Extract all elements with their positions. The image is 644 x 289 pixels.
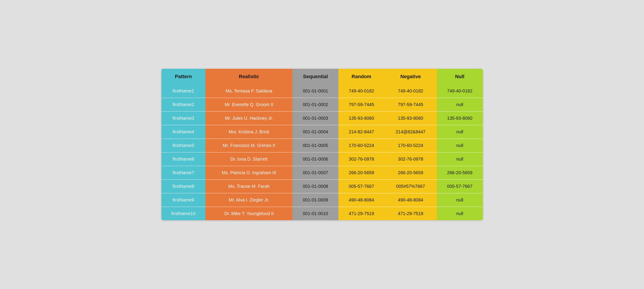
- cell-negative: 005#57%7667: [384, 180, 437, 193]
- cell-null: null: [437, 139, 483, 152]
- cell-null: null: [437, 193, 483, 207]
- cell-random: 266-20-5659: [338, 166, 384, 180]
- cell-negative: 749-40-0182: [384, 84, 437, 98]
- cell-realistic: Mr. Francisco M. Grimes II: [205, 139, 292, 152]
- header-pattern: Pattern: [162, 69, 206, 84]
- cell-pattern: firstName10: [162, 207, 206, 220]
- cell-sequential: 001-01-0005: [292, 139, 338, 152]
- cell-random: 005-57-7667: [338, 180, 384, 193]
- cell-random: 797-59-7445: [338, 98, 384, 111]
- cell-negative: 302-76-0978: [384, 152, 437, 166]
- cell-null: 005-57-7667: [437, 180, 483, 193]
- cell-null: null: [437, 207, 483, 220]
- cell-pattern: firstName4: [162, 125, 206, 139]
- cell-sequential: 001-01-0004: [292, 125, 338, 139]
- table-row: firstName9Mr. Alva I. Ziegler Jr.001-01-…: [162, 193, 483, 207]
- cell-random: 749-40-0182: [338, 84, 384, 98]
- cell-random: 302-76-0978: [338, 152, 384, 166]
- table-row: firstName8Ms. Tracee M. Farah001-01-0008…: [162, 180, 483, 193]
- cell-null: 749-40-0182: [437, 84, 483, 98]
- cell-pattern: firstName1: [162, 84, 206, 98]
- cell-negative: 266-20-5659: [384, 166, 437, 180]
- cell-random: 490-48-8084: [338, 193, 384, 207]
- table-row: firstName10Dr. Mike T. Youngblood II001-…: [162, 207, 483, 220]
- cell-sequential: 001-01-0009: [292, 193, 338, 207]
- cell-sequential: 001-01-0010: [292, 207, 338, 220]
- cell-random: 135-93-8060: [338, 111, 384, 125]
- cell-realistic: Dr. Mike T. Youngblood II: [205, 207, 292, 220]
- table-row: firstName7Ms. Patricia O. Ingraham III00…: [162, 166, 483, 180]
- cell-null: 266-20-5659: [437, 166, 483, 180]
- table-row: firstName4Mrs. Kristina J. Brick001-01-0…: [162, 125, 483, 139]
- table-row: firstName3Mr. Jules U. Hackney Jr.001-01…: [162, 111, 483, 125]
- cell-negative: 490-48-8084: [384, 193, 437, 207]
- cell-realistic: Mr. Alva I. Ziegler Jr.: [205, 193, 292, 207]
- cell-realistic: Ms. Patricia O. Ingraham III: [205, 166, 292, 180]
- cell-negative: 797-59-7445: [384, 98, 437, 111]
- table-row: firstName2Mr. Everette Q. Groom II001-01…: [162, 98, 483, 111]
- cell-random: 170-60-5224: [338, 139, 384, 152]
- header-sequential: Sequential: [292, 69, 338, 84]
- cell-pattern: firstName9: [162, 193, 206, 207]
- table-row: firstName5Mr. Francisco M. Grimes II001-…: [162, 139, 483, 152]
- cell-negative: 170-60-5224: [384, 139, 437, 152]
- header-null: Null: [437, 69, 483, 84]
- cell-null: null: [437, 125, 483, 139]
- cell-realistic: Ms. Tereasa F. Saldana: [205, 84, 292, 98]
- cell-null: null: [437, 98, 483, 111]
- cell-realistic: Mrs. Kristina J. Brick: [205, 125, 292, 139]
- table-row: firstName1Ms. Tereasa F. Saldana001-01-0…: [162, 84, 483, 98]
- cell-realistic: Mr. Everette Q. Groom II: [205, 98, 292, 111]
- cell-pattern: firstName6: [162, 152, 206, 166]
- cell-null: null: [437, 152, 483, 166]
- table-header-row: Pattern Realistic Sequential Random Nega…: [162, 69, 483, 84]
- cell-pattern: firstName8: [162, 180, 206, 193]
- cell-sequential: 001-01-0003: [292, 111, 338, 125]
- cell-realistic: Ms. Tracee M. Farah: [205, 180, 292, 193]
- cell-sequential: 001-01-0001: [292, 84, 338, 98]
- cell-negative: 214@82&8447: [384, 125, 437, 139]
- cell-pattern: firstName5: [162, 139, 206, 152]
- header-realistic: Realistic: [205, 69, 292, 84]
- cell-realistic: Mr. Jules U. Hackney Jr.: [205, 111, 292, 125]
- cell-random: 471-29-7519: [338, 207, 384, 220]
- header-negative: Negative: [384, 69, 437, 84]
- cell-sequential: 001-01-0007: [292, 166, 338, 180]
- header-random: Random: [338, 69, 384, 84]
- cell-pattern: firstName7: [162, 166, 206, 180]
- cell-random: 214-82-8447: [338, 125, 384, 139]
- data-table: Pattern Realistic Sequential Random Nega…: [162, 69, 483, 220]
- cell-realistic: Dr. Iona D. Starrett: [205, 152, 292, 166]
- cell-sequential: 001-01-0008: [292, 180, 338, 193]
- cell-pattern: firstName3: [162, 111, 206, 125]
- table-row: firstName6Dr. Iona D. Starrett001-01-000…: [162, 152, 483, 166]
- cell-sequential: 001-01-0002: [292, 98, 338, 111]
- cell-null: 135-93-8060: [437, 111, 483, 125]
- cell-negative: 135-93-8060: [384, 111, 437, 125]
- cell-negative: 471-29-7519: [384, 207, 437, 220]
- cell-pattern: firstName2: [162, 98, 206, 111]
- cell-sequential: 001-01-0006: [292, 152, 338, 166]
